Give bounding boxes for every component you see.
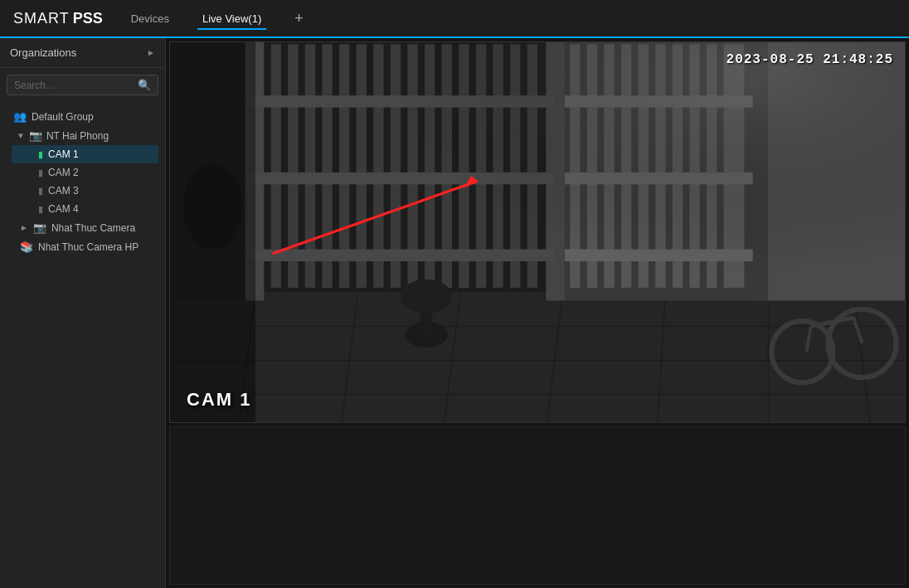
- chevron-right-icon: ►: [147, 48, 155, 57]
- main-layout: Organizations ► 🔍 👥 Default Group ▼ 📷 NT…: [0, 38, 909, 588]
- camera-item-cam2[interactable]: ▮ CAM 2: [12, 163, 158, 182]
- logo-smart-text: SMART: [13, 10, 70, 27]
- cam1-scene: 2023-08-25 21:48:25 CAM 1: [170, 42, 905, 422]
- nt-hai-phong-label: NT Hai Phong: [46, 130, 109, 142]
- cam1-status-icon: ▮: [38, 149, 43, 160]
- cam1-cell[interactable]: 2023-08-25 21:48:25 CAM 1: [169, 41, 906, 423]
- organizations-label: Organizations: [10, 46, 76, 59]
- cam-timestamp: 2023-08-25 21:48:25: [727, 52, 893, 67]
- default-group-label: Default Group: [32, 111, 94, 123]
- expand-arrow2-icon: ►: [20, 223, 28, 232]
- nhat-thuc-camera-item[interactable]: ► 📷 Nhat Thuc Camera: [8, 218, 158, 237]
- default-group-item[interactable]: 👥 Default Group: [8, 107, 158, 126]
- camera-item-cam1[interactable]: ▮ CAM 1: [12, 145, 158, 163]
- expand-arrow-icon: ▼: [17, 131, 25, 140]
- cam-label: CAM 1: [187, 389, 251, 411]
- svg-rect-61: [170, 42, 255, 422]
- dvr2-icon: 📷: [33, 221, 46, 234]
- add-tab-button[interactable]: +: [289, 9, 309, 27]
- nhat-thuc-label: Nhat Thuc Camera: [51, 222, 135, 234]
- cam2-status-icon: ▮: [38, 168, 43, 178]
- camera-item-cam3[interactable]: ▮ CAM 3: [12, 182, 158, 200]
- organizations-header[interactable]: Organizations ►: [0, 38, 165, 68]
- camera-item-cam4[interactable]: ▮ CAM 4: [12, 200, 158, 218]
- nav-devices[interactable]: Devices: [126, 9, 174, 28]
- cam3-status-icon: ▮: [38, 186, 43, 197]
- search-box[interactable]: 🔍: [7, 75, 158, 95]
- dvr-icon: 📷: [29, 129, 42, 142]
- nhat-thuc-hp-label: Nhat Thuc Camera HP: [38, 241, 139, 253]
- search-input[interactable]: [14, 80, 138, 91]
- nt-hai-phong-node: ▼ 📷 NT Hai Phong ▮ CAM 1 ▮ CAM 2 ▮ CAM 3: [8, 126, 158, 218]
- cam2-label: CAM 2: [48, 167, 79, 178]
- top-row: 2023-08-25 21:48:25 CAM 1: [169, 41, 906, 423]
- sidebar: Organizations ► 🔍 👥 Default Group ▼ 📷 NT…: [0, 38, 166, 588]
- tree-group: 👥 Default Group ▼ 📷 NT Hai Phong ▮ CAM 1…: [0, 102, 165, 260]
- logo-pss-text: PSS: [73, 10, 103, 27]
- folder-icon: 📚: [20, 241, 33, 253]
- cam1-label: CAM 1: [48, 148, 79, 160]
- cam1-feed: 2023-08-25 21:48:25 CAM 1: [170, 42, 905, 422]
- group-icon: 👥: [13, 110, 27, 123]
- nt-hai-phong-header[interactable]: ▼ 📷 NT Hai Phong: [12, 126, 158, 145]
- topbar: SMART PSS Devices Live View(1) +: [0, 0, 909, 38]
- nav-liveview[interactable]: Live View(1): [197, 9, 266, 30]
- cam3-label: CAM 3: [48, 185, 79, 197]
- app-logo: SMART PSS: [13, 10, 103, 27]
- svg-rect-60: [170, 42, 905, 422]
- search-icon[interactable]: 🔍: [138, 79, 151, 91]
- cam4-status-icon: ▮: [38, 204, 43, 215]
- cam4-label: CAM 4: [48, 203, 79, 215]
- nhat-thuc-camera-hp-item[interactable]: 📚 Nhat Thuc Camera HP: [8, 237, 158, 256]
- bottom-row: [169, 426, 906, 585]
- content-area: 2023-08-25 21:48:25 CAM 1: [166, 38, 909, 588]
